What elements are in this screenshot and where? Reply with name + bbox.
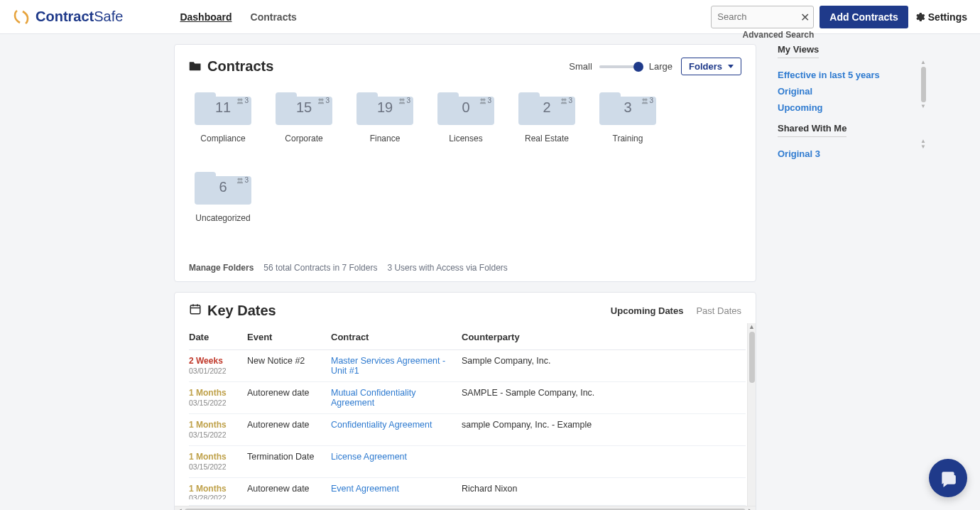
table-row: 1 Months03/15/2022Autorenew dateMutual C… — [189, 382, 746, 414]
folders-dropdown[interactable]: Folders — [681, 58, 741, 75]
my-views-section: My Views Effective in last 5 yearsOrigin… — [778, 44, 927, 113]
contract-link[interactable]: Event Agreement — [331, 484, 399, 494]
advanced-search-link[interactable]: Advanced Search — [743, 30, 815, 40]
folder-label: Finance — [351, 134, 419, 143]
folders-grid: 311Compliance315Corporate319Finance30Lic… — [189, 85, 741, 223]
settings-button[interactable]: Settings — [914, 11, 967, 23]
folder-tile[interactable]: 33Training — [594, 85, 662, 143]
scroll-left-icon[interactable]: ◀ — [176, 507, 182, 510]
table-row: 2 Weeks03/01/2022New Notice #2Master Ser… — [189, 350, 746, 382]
primary-nav: Dashboard Contracts — [180, 11, 296, 23]
folder-users-badge: 3 — [236, 176, 249, 184]
contract-link[interactable]: License Agreement — [331, 452, 407, 462]
svg-point-9 — [564, 98, 567, 101]
event-cell: Autorenew date — [247, 414, 331, 446]
chat-fab[interactable] — [929, 459, 967, 497]
key-dates-hscroll[interactable]: ◀ ▶ — [175, 506, 756, 510]
brand-logo[interactable]: ContractSafe — [13, 9, 123, 26]
folder-tile[interactable]: 319Finance — [351, 85, 419, 143]
scroll-down-icon[interactable]: ▼ — [920, 144, 926, 150]
chat-icon — [939, 469, 957, 487]
shared-view-link[interactable]: Original 3 — [778, 148, 820, 159]
header-counterparty: Counterparty — [462, 323, 746, 350]
date-absolute: 03/15/2022 — [189, 398, 227, 407]
tab-past-dates[interactable]: Past Dates — [696, 305, 741, 316]
contracts-title: Contracts — [207, 58, 273, 75]
saved-view-link[interactable]: Effective in last 5 years — [778, 70, 880, 80]
my-views-title: My Views — [778, 44, 819, 58]
folder-tile[interactable]: 30Licenses — [432, 85, 500, 143]
scroll-right-icon[interactable]: ▶ — [748, 507, 754, 510]
event-cell: New Notice #2 — [247, 350, 331, 382]
svg-point-0 — [238, 98, 241, 101]
folder-label: Uncategorized — [189, 213, 257, 223]
shared-scrollbar[interactable]: ▲ ▼ — [920, 139, 927, 151]
table-row: 1 Months03/15/2022Termination DateLicens… — [189, 446, 746, 478]
counterparty-cell: Sample Company, Inc. — [462, 350, 746, 382]
key-dates-table: Date Event Contract Counterparty 2 Weeks… — [189, 323, 746, 506]
contract-link[interactable]: Master Services Agreement - Unit #1 — [331, 356, 445, 376]
folder-label: Corporate — [270, 134, 338, 143]
contract-link[interactable]: Confidentiality Agreement — [331, 420, 432, 430]
svg-point-2 — [319, 98, 322, 101]
gear-icon — [914, 11, 925, 23]
tile-size-control: Small Large — [569, 61, 673, 72]
chevron-down-icon — [728, 65, 734, 68]
folder-count: 19 — [377, 99, 393, 116]
svg-point-13 — [240, 178, 243, 180]
folder-icon: 32 — [518, 85, 575, 128]
counterparty-cell — [462, 446, 746, 478]
date-absolute: 03/15/2022 — [189, 430, 227, 439]
event-cell: Autorenew date — [247, 478, 331, 506]
folder-solid-icon — [189, 58, 202, 75]
saved-view-link[interactable]: Original — [778, 86, 812, 97]
search-input[interactable] — [711, 6, 814, 28]
tile-size-slider[interactable] — [599, 65, 642, 68]
key-dates-title: Key Dates — [207, 303, 276, 319]
folder-tile[interactable]: 315Corporate — [270, 85, 338, 143]
brand-mark-icon — [13, 9, 30, 26]
folder-users-badge: 3 — [560, 97, 572, 104]
shared-with-me-title: Shared With Me — [778, 123, 846, 137]
counterparty-cell: sample Company, Inc. - Example — [462, 414, 746, 446]
folder-label: Training — [594, 134, 662, 143]
folder-icon: 319 — [356, 85, 413, 128]
list-item: Effective in last 5 years — [778, 70, 927, 80]
folder-count: 11 — [215, 99, 231, 116]
scroll-down-icon[interactable]: ▼ — [920, 104, 926, 109]
folder-tile[interactable]: 311Compliance — [189, 85, 257, 143]
shared-with-me-section: Shared With Me Original 3 ▲ ▼ — [778, 123, 927, 159]
folder-tile[interactable]: 32Real Estate — [513, 85, 581, 143]
tab-upcoming-dates[interactable]: Upcoming Dates — [611, 305, 684, 316]
folder-tile[interactable]: 36Uncategorized — [189, 165, 257, 223]
date-relative: 1 Months — [189, 452, 243, 462]
svg-point-7 — [483, 98, 486, 101]
add-contracts-button[interactable]: Add Contracts — [820, 6, 908, 28]
svg-point-1 — [240, 98, 243, 101]
folder-users-badge: 3 — [317, 97, 330, 104]
svg-point-5 — [402, 98, 405, 101]
folder-count: 6 — [219, 179, 227, 195]
key-dates-vscroll[interactable]: ▲ — [747, 323, 756, 506]
search-clear-icon[interactable]: ✕ — [800, 10, 810, 23]
folder-label: Licenses — [432, 134, 500, 143]
folder-users-badge: 3 — [479, 97, 491, 104]
nav-dashboard[interactable]: Dashboard — [180, 11, 232, 23]
manage-folders-link[interactable]: Manage Folders — [189, 263, 254, 273]
saved-view-link[interactable]: Upcoming — [778, 102, 823, 113]
counterparty-cell: SAMPLE - Sample Company, Inc. — [462, 382, 746, 414]
contracts-summary-total: 56 total Contracts in 7 Folders — [263, 263, 377, 273]
nav-contracts[interactable]: Contracts — [251, 11, 297, 23]
size-large-label: Large — [649, 61, 673, 72]
header-contract: Contract — [331, 323, 462, 350]
scroll-up-icon[interactable]: ▲ — [920, 60, 926, 65]
list-item: Upcoming — [778, 102, 927, 113]
header-date: Date — [189, 323, 247, 350]
my-views-scrollbar[interactable]: ▲ ▼ — [920, 60, 927, 109]
contract-link[interactable]: Mutual Confidentiality Agreement — [331, 388, 416, 408]
folder-icon: 33 — [599, 85, 656, 128]
key-dates-panel: Key Dates Upcoming Dates Past Dates ▲ Da… — [174, 292, 756, 510]
scroll-up-icon[interactable]: ▲ — [748, 323, 756, 330]
svg-point-11 — [645, 98, 648, 101]
folder-users-badge: 3 — [641, 97, 653, 104]
